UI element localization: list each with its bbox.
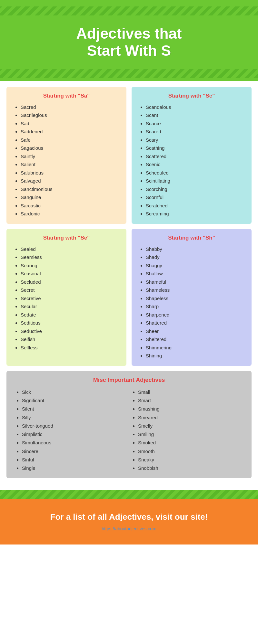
card-sh-title: Starting with "Sh" <box>138 235 245 241</box>
list-item: Single <box>22 464 129 472</box>
list-item: Sedate <box>21 311 120 319</box>
list-item: Sick <box>22 388 129 396</box>
list-item: Shattered <box>146 319 245 327</box>
list-item: Shimmering <box>146 344 245 352</box>
list-item: Sneaky <box>138 456 245 464</box>
list-item: Simultaneous <box>22 439 129 447</box>
card-se-list: SealedSeamlessSearingSeasonalSecludedSec… <box>13 245 120 352</box>
list-item: Scorching <box>146 185 245 194</box>
list-item: Secluded <box>21 278 120 286</box>
list-item: Sagacious <box>21 144 120 152</box>
list-item: Saintly <box>21 152 120 161</box>
list-item: Sad <box>21 119 120 128</box>
list-item: Smeared <box>138 413 245 422</box>
card-sc-list: ScandalousScantScarceScaredScaryScathing… <box>138 103 245 218</box>
card-misc-list-col1: SickSignificantSilentSillySilver-tongued… <box>13 388 129 473</box>
list-item: Sheltered <box>146 335 245 344</box>
list-item: Sacrilegious <box>21 111 120 119</box>
card-sa-list: SacredSacrilegiousSadSaddenedSafeSagacio… <box>13 103 120 218</box>
list-item: Sharpened <box>146 311 245 319</box>
card-sc-title: Starting with "Sc" <box>138 93 245 99</box>
header-title: Adjectives that Start With S <box>0 15 258 69</box>
list-item: Small <box>138 388 245 396</box>
list-item: Sardonic <box>21 210 120 218</box>
list-item: Selfless <box>21 344 120 352</box>
list-item: Shabby <box>146 245 245 253</box>
list-item: Salubrious <box>21 169 120 177</box>
grid-section: Starting with "Sa" SacredSacrilegiousSad… <box>0 81 258 484</box>
top-grid: Starting with "Sa" SacredSacrilegiousSad… <box>6 87 252 224</box>
list-item: Smoked <box>138 439 245 447</box>
card-sc: Starting with "Sc" ScandalousScantScarce… <box>132 87 252 224</box>
list-item: Salient <box>21 160 120 169</box>
footer-top-stripe <box>0 490 258 499</box>
list-item: Screaming <box>146 210 245 218</box>
list-item: Searing <box>21 261 120 270</box>
list-item: Sinful <box>22 456 129 464</box>
list-item: Safe <box>21 136 120 144</box>
list-item: Smooth <box>138 447 245 456</box>
card-misc-list-col2: SmallSmartSmashingSmearedSmellySmilingSm… <box>129 388 245 473</box>
list-item: Scattered <box>146 152 245 161</box>
header-bottom-stripe <box>0 69 258 78</box>
list-item: Scant <box>146 111 245 119</box>
list-item: Silly <box>22 413 129 422</box>
list-item: Scathing <box>146 144 245 152</box>
list-item: Smiling <box>138 430 245 439</box>
list-item: Scarce <box>146 119 245 128</box>
list-item: Scheduled <box>146 169 245 177</box>
list-item: Scornful <box>146 193 245 202</box>
header: Adjectives that Start With S <box>0 0 258 81</box>
list-item: Seamless <box>21 253 120 261</box>
list-item: Sacred <box>21 103 120 111</box>
header-top-stripe <box>0 6 258 15</box>
card-sa-title: Starting with "Sa" <box>13 93 120 99</box>
list-item: Scary <box>146 136 245 144</box>
list-item: Saddened <box>21 128 120 136</box>
card-sa: Starting with "Sa" SacredSacrilegiousSad… <box>6 87 126 224</box>
list-item: Sarcastic <box>21 202 120 210</box>
list-item: Sanctimonious <box>21 185 120 194</box>
list-item: Sanguine <box>21 193 120 202</box>
list-item: Simplistic <box>22 430 129 439</box>
misc-columns: SickSignificantSilentSillySilver-tongued… <box>13 388 245 473</box>
list-item: Sharp <box>146 302 245 311</box>
list-item: Scenic <box>146 160 245 169</box>
card-se-title: Starting with "Se" <box>13 235 120 241</box>
list-item: Shady <box>146 253 245 261</box>
footer-link[interactable]: https://aboutadjectives.com <box>102 526 156 531</box>
list-item: Smelly <box>138 422 245 430</box>
list-item: Shallow <box>146 270 245 278</box>
list-item: Snobbish <box>138 464 245 472</box>
list-item: Sincere <box>22 447 129 456</box>
list-item: Sheer <box>146 327 245 336</box>
list-item: Smart <box>138 396 245 405</box>
list-item: Shaggy <box>146 261 245 270</box>
list-item: Shameless <box>146 286 245 294</box>
list-item: Secret <box>21 286 120 294</box>
list-item: Scintillating <box>146 177 245 185</box>
list-item: Seductive <box>21 327 120 336</box>
footer: For a list of all Adjectives, visit our … <box>0 499 258 545</box>
footer-main-text: For a list of all Adjectives, visit our … <box>19 512 239 523</box>
list-item: Shameful <box>146 278 245 286</box>
list-item: Sealed <box>21 245 120 253</box>
list-item: Shapeless <box>146 294 245 303</box>
card-sh: Starting with "Sh" ShabbyShadyShaggyShal… <box>132 229 252 366</box>
card-misc-title: Misc Important Adjectives <box>13 377 245 384</box>
list-item: Scared <box>146 128 245 136</box>
bottom-grid: Starting with "Se" SealedSeamlessSearing… <box>6 229 252 366</box>
list-item: Scandalous <box>146 103 245 111</box>
card-misc: Misc Important Adjectives SickSignifican… <box>6 371 252 478</box>
list-item: Secretive <box>21 294 120 303</box>
card-sh-list: ShabbyShadyShaggyShallowShamefulShameles… <box>138 245 245 360</box>
list-item: Significant <box>22 396 129 405</box>
header-title-line1: Adjectives that <box>76 25 182 42</box>
list-item: Shining <box>146 352 245 360</box>
list-item: Selfish <box>21 335 120 344</box>
list-item: Silent <box>22 405 129 413</box>
list-item: Secular <box>21 302 120 311</box>
list-item: Scratched <box>146 202 245 210</box>
list-item: Silver-tongued <box>22 422 129 430</box>
list-item: Salvaged <box>21 177 120 185</box>
